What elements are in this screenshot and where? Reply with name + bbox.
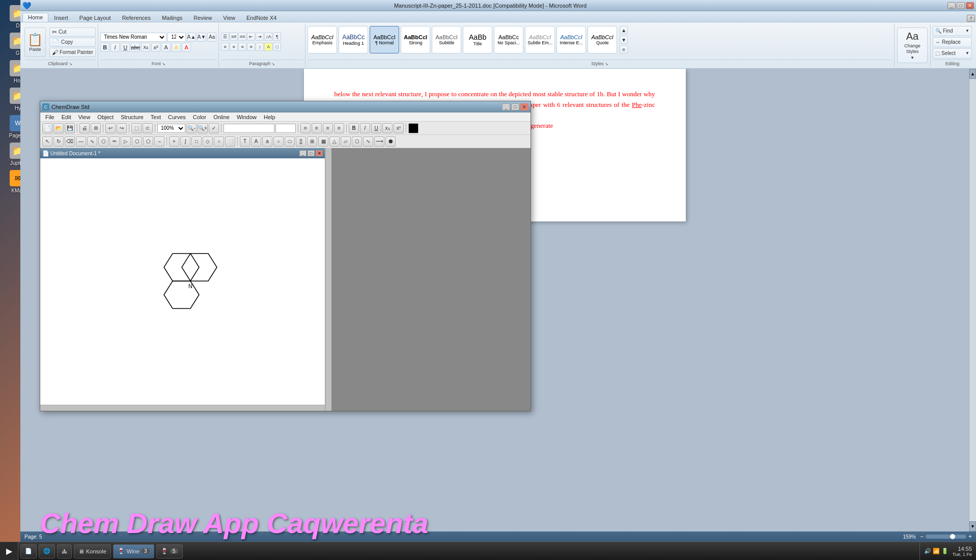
menu-curves[interactable]: Curves — [165, 113, 189, 121]
cd-curve-tool[interactable]: ∫ — [180, 136, 190, 147]
style-normal[interactable]: AaBbCcI ¶ Normal — [370, 26, 399, 53]
align-center-button[interactable]: ≡ — [230, 43, 238, 51]
styles-scroll-up[interactable]: ▲ — [620, 26, 628, 34]
zoom-slider[interactable] — [926, 535, 966, 539]
style-emphasis[interactable]: AaBbCcI Emphasis — [308, 26, 337, 53]
cd-bold[interactable]: B — [349, 123, 359, 133]
cd-bigA-tool[interactable]: A — [251, 136, 261, 147]
style-subtle-em[interactable]: AaBbCcI Subtle Em... — [525, 26, 555, 53]
styles-more[interactable]: ≡ — [620, 45, 628, 53]
cd-italic[interactable]: I — [360, 123, 370, 133]
font-name-select[interactable]: Times New Roman — [100, 33, 166, 42]
cd-wave-tool[interactable]: ∿ — [363, 136, 373, 147]
cd-hex2-tool[interactable]: ⬡ — [352, 136, 362, 147]
menu-structure[interactable]: Structure — [118, 113, 147, 121]
decrease-indent-button[interactable]: ⇤ — [247, 33, 255, 41]
style-heading1[interactable]: AaBbCc Heading 1 — [339, 26, 368, 53]
increase-font-button[interactable]: A▲ — [187, 33, 196, 42]
style-title[interactable]: AaBb Title — [463, 26, 492, 53]
cd-3dbox-tool[interactable]: ⬜ — [225, 136, 235, 147]
cd-color-box[interactable] — [408, 123, 419, 133]
styles-expand[interactable]: ↘ — [605, 62, 608, 66]
cd-wedge-tool[interactable]: ▷ — [121, 136, 131, 147]
cd-pentagon-tool[interactable]: ⬠ — [143, 136, 153, 147]
change-styles-button[interactable]: Aa Change Styles ▼ — [897, 27, 928, 63]
cd-table-tool[interactable]: ⊞ — [307, 136, 317, 147]
numbering-button[interactable]: ≡# — [230, 33, 238, 41]
shading-button[interactable]: A — [264, 43, 272, 51]
select-button[interactable]: ⬚ Select ▼ — [933, 48, 972, 59]
tab-insert[interactable]: Insert — [48, 13, 74, 22]
cd-align-justify[interactable]: ≡ — [334, 123, 344, 133]
chemdraw-inner-close[interactable]: ✕ — [316, 150, 323, 156]
tab-page-layout[interactable]: Page Layout — [74, 13, 117, 22]
font-size-select[interactable]: 12 — [168, 33, 186, 42]
font-expand[interactable]: ↘ — [162, 62, 165, 66]
tab-endnote[interactable]: EndNote X4 — [241, 13, 282, 22]
cd-align-left[interactable]: ≡ — [300, 123, 311, 133]
cd-sub[interactable]: x₁ — [382, 123, 393, 133]
tab-view[interactable]: View — [217, 13, 241, 22]
cd-arrow2-tool[interactable]: ⟶ — [374, 136, 384, 147]
sort-button[interactable]: ↕A — [264, 33, 272, 41]
cd-undo-btn[interactable]: ↩ — [105, 123, 116, 133]
cd-font-size[interactable] — [275, 124, 296, 133]
paste-button[interactable]: 📋 Paste — [24, 27, 46, 57]
taskbar-konsole[interactable]: 🖥 Konsole — [74, 544, 111, 558]
zoom-in-button[interactable]: + — [968, 533, 972, 540]
cd-shape-tool[interactable]: △ — [329, 136, 340, 147]
menu-file[interactable]: File — [42, 113, 58, 121]
chemdraw-minimize[interactable]: _ — [502, 103, 510, 110]
cd-hexagon-tool[interactable]: ⬡ — [132, 136, 142, 147]
cd-align-right[interactable]: ≡ — [323, 123, 333, 133]
multilevel-button[interactable]: ≡≡ — [238, 33, 246, 41]
taskbar-wine[interactable]: 🍷 Wine 3 — [113, 544, 154, 558]
tab-mailings[interactable]: Mailings — [156, 13, 188, 22]
cd-shield-tool[interactable]: ⬟ — [385, 136, 396, 147]
clipboard-expand[interactable]: ↘ — [69, 62, 72, 66]
zoom-thumb[interactable] — [950, 534, 955, 539]
menu-color[interactable]: Color — [190, 113, 209, 121]
cd-oval-tool[interactable]: ⬭ — [285, 136, 295, 147]
text-effects-button[interactable]: A — [161, 43, 171, 52]
paragraph-expand[interactable]: ↘ — [271, 62, 275, 66]
increase-indent-button[interactable]: ⇥ — [256, 33, 264, 41]
scroll-up-arrow[interactable]: ▲ — [969, 69, 976, 79]
copy-button[interactable]: 📄 Copy — [49, 38, 96, 47]
show-marks-button[interactable]: ¶ — [273, 33, 281, 41]
word-scrollbar[interactable]: ▲ ▼ — [969, 69, 976, 531]
taskbar-wine2[interactable]: 🍷 5 — [156, 544, 183, 558]
chemdraw-bottom-scroll[interactable] — [40, 405, 325, 411]
style-no-spacing[interactable]: AaBbCc No Spaci... — [494, 26, 523, 53]
close-button[interactable]: ✕ — [966, 2, 974, 9]
cd-print-btn[interactable]: 🖨 — [79, 123, 90, 133]
chemdraw-inner-minimize[interactable]: _ — [299, 150, 306, 156]
cd-rotate-tool[interactable]: ↻ — [53, 136, 64, 147]
cd-zoom-out-btn[interactable]: 🔍- — [186, 123, 197, 133]
chemdraw-inner-maximize[interactable]: □ — [308, 150, 315, 156]
subscript-button[interactable]: x₂ — [141, 43, 150, 52]
bullets-button[interactable]: ☰ — [221, 33, 229, 41]
tab-references[interactable]: References — [117, 13, 156, 22]
cd-plus-tool[interactable]: + — [169, 136, 179, 147]
cd-zoom-select[interactable]: 100% — [157, 124, 185, 133]
cd-circle-tool[interactable]: ○ — [273, 136, 284, 147]
borders-button[interactable]: □ — [273, 43, 281, 51]
cd-lasso-btn[interactable]: ⊂ — [143, 123, 153, 133]
style-strong[interactable]: AaBbCcI Strong — [401, 26, 430, 53]
style-intense-em[interactable]: AaBbCcI Intense E... — [556, 26, 586, 53]
cd-open-btn[interactable]: 📂 — [53, 123, 64, 133]
minimize-button[interactable]: _ — [947, 2, 956, 9]
chemdraw-inner-scrollbar[interactable] — [325, 148, 331, 411]
replace-button[interactable]: ↔ Replace — [933, 37, 972, 47]
align-left-button[interactable]: ≡ — [221, 43, 229, 51]
cd-bracket-tool[interactable]: [] — [296, 136, 306, 147]
tab-review[interactable]: Review — [188, 13, 217, 22]
cd-check-btn[interactable]: ✓ — [209, 123, 219, 133]
menu-online[interactable]: Online — [210, 113, 233, 121]
cd-align-center[interactable]: ≡ — [312, 123, 322, 133]
find-button[interactable]: 🔍 Find ▼ — [933, 26, 972, 36]
maximize-button[interactable]: □ — [957, 2, 965, 9]
style-subtitle[interactable]: AaBbCcI Subtitle — [432, 26, 461, 53]
cd-arrow-tool[interactable]: ↖ — [42, 136, 52, 147]
